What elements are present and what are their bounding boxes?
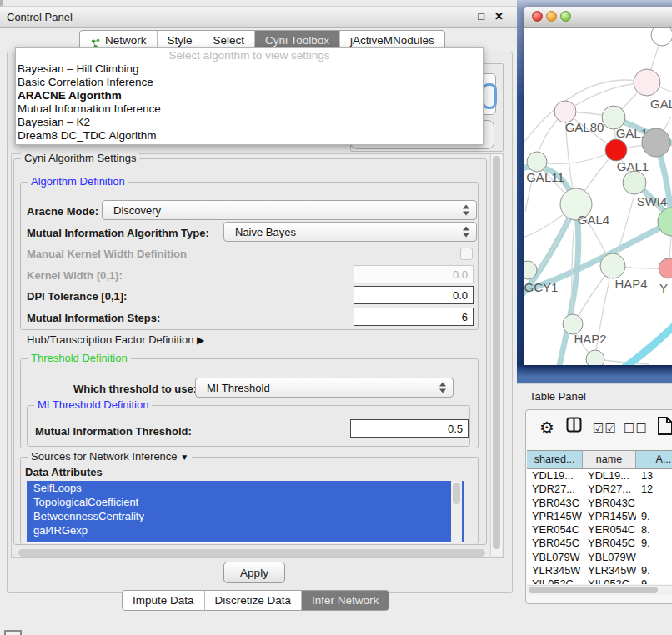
document-icon[interactable] (657, 416, 672, 439)
which-threshold-select[interactable]: MI Threshold (195, 378, 454, 398)
list-item[interactable]: gal4RGexp (27, 523, 464, 538)
table-panel-title: Table Panel (529, 390, 586, 402)
algorithm-placeholder: Select algorithm to view settings (16, 48, 483, 62)
table-row[interactable]: YBR045CYBR045C9. (527, 537, 672, 550)
close-panel-icon[interactable]: ✕ (494, 7, 504, 27)
network-node-y[interactable] (659, 258, 672, 278)
table-row[interactable]: YER054CYER054C8. (527, 523, 672, 537)
table-cell: 9. (636, 564, 672, 578)
hub-definition-label: Hub/Transcription Factor Definition (27, 333, 193, 346)
which-threshold-label: Which threshold to use: (73, 382, 197, 395)
algorithm-option-selected[interactable]: ARACNE Algorithm (16, 89, 483, 102)
list-scrollbar[interactable] (451, 481, 462, 543)
dpi-tolerance-field[interactable]: 0.0 (354, 286, 474, 304)
network-node[interactable] (642, 128, 670, 157)
minimized-panel-chip[interactable] (4, 630, 22, 635)
network-node[interactable] (623, 171, 646, 194)
table-cell: YPR145W (527, 510, 583, 523)
apply-button[interactable]: Apply (223, 562, 285, 583)
spinner-arrows-icon (463, 227, 470, 238)
data-attributes-list[interactable]: SelfLoops TopologicalCoefficient Between… (27, 481, 464, 543)
table-cell: YDR27... (583, 482, 636, 496)
mi-threshold-field[interactable]: 0.5 (350, 419, 469, 438)
float-panel-icon[interactable]: □ (478, 7, 484, 27)
table-row[interactable]: YBR043CYBR043C (527, 497, 672, 510)
table-row[interactable]: YIL052CYIL052C9 (527, 578, 672, 584)
split-columns-icon[interactable] (566, 417, 582, 436)
table-row[interactable]: YLR345WYLR345W9. (527, 564, 672, 578)
table-cell: YLR345W (527, 564, 583, 578)
network-node-hap4[interactable] (600, 253, 625, 278)
horizontal-scrollbar[interactable] (17, 548, 490, 558)
gear-icon[interactable]: ⚙ (539, 418, 554, 437)
table-cell: YER054C (583, 523, 636, 537)
node-label: GCY1 (524, 280, 559, 294)
column-header-2[interactable]: name (583, 451, 636, 468)
table-cell: 12 (636, 482, 672, 496)
dpi-tolerance-label: DPI Tolerance [0,1]: (27, 290, 127, 302)
tab-impute-data[interactable]: Impute Data (123, 591, 204, 610)
list-item[interactable]: BetweennessCentrality (27, 509, 464, 523)
sources-toggle[interactable]: Sources for Network Inference ▼ (28, 450, 192, 462)
zoom-traffic-light[interactable] (560, 11, 571, 22)
aracne-mode-label: Aracne Mode: (27, 205, 98, 218)
table-row[interactable]: YPR145WYPR145W9. (527, 510, 672, 523)
minimize-traffic-light[interactable] (546, 11, 557, 22)
algorithm-option[interactable]: Bayesian – K2 (16, 116, 483, 129)
vertical-scrollbar[interactable] (490, 154, 502, 556)
table-cell: YBL079W (583, 551, 636, 564)
algorithm-option[interactable]: Mutual Information Inference (16, 102, 483, 116)
mi-type-select[interactable]: Naive Bayes (223, 222, 477, 242)
network-graph[interactable]: GALGAL80GAL10GAL1GAL11GAL4SWI4GCY1HAP4YH… (524, 28, 672, 365)
scrollbar-thumb[interactable] (529, 587, 658, 593)
kernel-width-field[interactable]: 0.0 (354, 265, 474, 283)
network-edge[interactable] (539, 150, 616, 164)
hub-definition-toggle[interactable]: Hub/Transcription Factor Definition ▶ (27, 333, 204, 346)
node-label: GAL11 (526, 170, 564, 184)
table-panel-section: Table Panel ⚙ ☑☑ ☐☐ shared...nameA... YD… (517, 383, 672, 635)
table-row[interactable]: YBL079WYBL079W (527, 551, 672, 564)
scrollbar-thumb[interactable] (18, 549, 485, 557)
column-header-3[interactable]: A... (636, 451, 672, 468)
table-cell: YBR043C (527, 497, 583, 510)
panel-title: Control Panel (7, 11, 73, 23)
scrollbar-thumb[interactable] (493, 156, 500, 549)
chevron-down-icon: ▼ (180, 452, 188, 462)
table-cell: YBL079W (527, 551, 583, 564)
list-item[interactable]: SelfLoops (27, 481, 464, 495)
algorithm-option[interactable]: Bayesian – Hill Climbing (16, 62, 483, 76)
aracne-mode-select[interactable]: Discovery (102, 200, 477, 220)
table-cell: YIL052C (527, 578, 583, 584)
unchecked-pair-icon[interactable]: ☐☐ (624, 418, 648, 438)
network-node[interactable] (651, 28, 672, 46)
table-cell: YDL19... (527, 469, 583, 482)
network-canvas[interactable]: GALGAL80GAL10GAL1GAL11GAL4SWI4GCY1HAP4YH… (524, 28, 672, 365)
tab-infer-network[interactable]: Infer Network (301, 591, 389, 610)
network-node-gal[interactable] (634, 69, 660, 96)
list-item[interactable]: TopologicalCoefficient (27, 495, 464, 509)
manual-kernel-checkbox[interactable] (460, 248, 473, 260)
tab-discretize-data[interactable]: Discretize Data (204, 591, 302, 610)
control-panel-header: Control Panel □ ✕ (0, 6, 517, 28)
algorithm-option[interactable]: Basic Correlation Inference (16, 76, 483, 89)
close-traffic-light[interactable] (532, 11, 543, 22)
scrollbar-thumb[interactable] (453, 482, 460, 504)
list-item-partial[interactable] (27, 538, 464, 542)
mi-steps-field[interactable]: 6 (354, 308, 474, 326)
network-edge[interactable] (617, 312, 672, 365)
network-window-titlebar[interactable] (524, 7, 672, 28)
table-horizontal-scrollbar[interactable] (527, 585, 672, 595)
group-title: Threshold Definition (28, 352, 131, 364)
table-row[interactable]: YDL19...YDL19...13 (527, 469, 672, 482)
network-node-gal11[interactable] (527, 152, 547, 172)
node-label: GAL4 (578, 212, 609, 227)
algorithm-option[interactable]: Dream8 DC_TDC Algorithm (16, 129, 483, 142)
network-node-gal1[interactable] (605, 139, 627, 161)
table-row[interactable]: YDR27...YDR27...12 (527, 482, 672, 496)
group-title: Algorithm Definition (28, 175, 128, 188)
column-header-1[interactable]: shared... (527, 451, 583, 468)
network-node[interactable] (586, 350, 604, 365)
checked-pair-icon[interactable]: ☑☑ (593, 418, 617, 438)
network-node-swi4[interactable] (658, 208, 672, 236)
aracne-mode-value: Discovery (113, 204, 161, 217)
